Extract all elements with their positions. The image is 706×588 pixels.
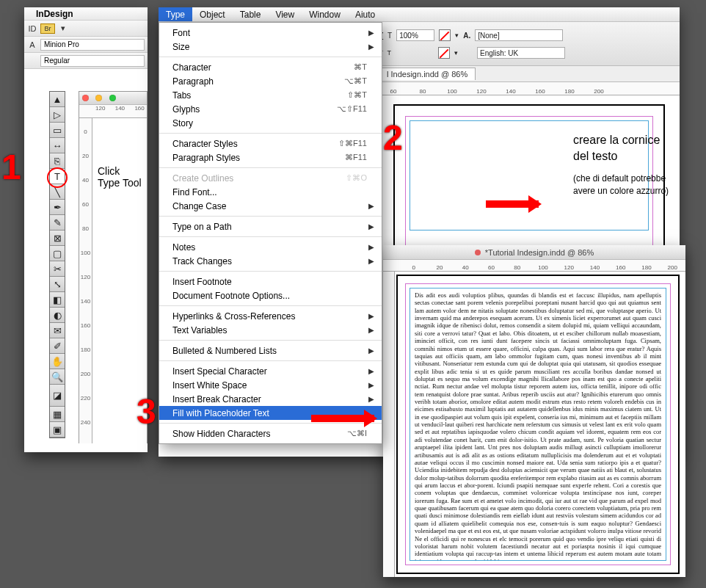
horizontal-ruler: 120 140 160 xyxy=(79,105,147,118)
pen-tool-icon[interactable]: ✒ xyxy=(50,200,65,215)
menu-insert-white-space[interactable]: Insert White Space▶ xyxy=(159,378,382,392)
eyedropper-tool-icon[interactable]: ✐ xyxy=(50,338,65,354)
menu-paragraph[interactable]: Paragraph⌥⌘T xyxy=(159,74,382,88)
menu-font[interactable]: Font▶ xyxy=(159,26,382,40)
gradient-feather-tool-icon[interactable]: ◐ xyxy=(50,308,65,323)
hand-tool-icon[interactable]: ✋ xyxy=(50,354,65,369)
instr-sub1: (che di default potrebbe xyxy=(573,173,706,185)
menu-track-changes[interactable]: Track Changes▶ xyxy=(159,254,382,268)
menu-bulleted-lists[interactable]: Bulleted & Numbered Lists▶ xyxy=(159,344,382,357)
window-titlebar xyxy=(79,92,147,105)
menu-type[interactable]: Type xyxy=(159,7,192,21)
zoom-tool-icon[interactable]: 🔍 xyxy=(50,369,65,385)
fill-stroke-swatch-icon[interactable]: ◪ xyxy=(50,385,65,407)
mac-menubar: InDesign xyxy=(24,7,148,21)
instr-line1: creare la cornice xyxy=(573,132,706,148)
scissors-tool-icon[interactable]: ✂ xyxy=(50,261,65,277)
menu-view[interactable]: View xyxy=(268,7,302,21)
selection-tool-icon[interactable]: ▲ xyxy=(50,92,65,107)
superscript-t-icon[interactable]: T xyxy=(387,32,392,40)
menu-character-styles[interactable]: Character Styles⇧⌘F11 xyxy=(159,137,382,150)
menu-insert-footnote[interactable]: Insert Footnote xyxy=(159,275,382,288)
zoom-field[interactable]: 100% xyxy=(396,29,434,41)
sub-t-icon[interactable]: T xyxy=(387,49,392,57)
menu-insert-special-char[interactable]: Insert Special Character▶ xyxy=(159,364,382,378)
char-style-label-icon: A. xyxy=(463,32,470,40)
swatch-dropdown2-icon[interactable]: ▾ xyxy=(454,49,458,57)
content-collector-tool-icon[interactable]: ⎘ xyxy=(50,153,65,169)
font-family-row: A Minion Pro xyxy=(24,37,148,53)
character-panel-icon[interactable]: A xyxy=(24,40,40,49)
traffic-min-icon[interactable] xyxy=(95,95,102,101)
rectangle-tool-icon[interactable]: ▢ xyxy=(50,246,65,261)
window-titlebar: *Tutorial Indesign.indd @ 86% xyxy=(383,245,685,260)
menu-table[interactable]: Table xyxy=(233,7,269,21)
id-logo-icon: ID xyxy=(24,24,40,33)
menu-type-on-path[interactable]: Type on a Path▶ xyxy=(159,219,382,233)
rectangle-frame-tool-icon[interactable]: ⊠ xyxy=(50,231,65,246)
note-tool-icon[interactable]: ✉ xyxy=(50,323,65,338)
pencil-tool-icon[interactable]: ✎ xyxy=(50,215,65,231)
panel-3-result: *Tutorial Indesign.indd @ 86% 020 4060 8… xyxy=(383,245,685,577)
annotation-line2: Type Tool xyxy=(98,177,142,189)
app-menubar: Type Object Table View Window Aiuto xyxy=(159,7,680,22)
vertical-ruler: 020 4060 80100 120140 160180 200220 2402… xyxy=(79,118,92,443)
page-spread: Dis adit eos audi voluptios plibus, quun… xyxy=(396,275,680,574)
menu-story[interactable]: Story xyxy=(159,116,382,130)
unsaved-dot-icon xyxy=(475,250,481,255)
menu-object[interactable]: Object xyxy=(192,7,233,21)
annotation-click-type: Click Type Tool xyxy=(98,165,142,189)
menu-text-variables[interactable]: Text Variables▶ xyxy=(159,323,382,337)
gradient-swatch-tool-icon[interactable]: ◧ xyxy=(50,292,65,308)
menu-show-hidden-chars[interactable]: Show Hidden Characters⌥⌘I xyxy=(159,427,382,440)
id-badge-row: ID Br ▾ xyxy=(24,21,148,37)
direct-selection-tool-icon[interactable]: ▷ xyxy=(50,107,65,123)
screen-mode-icon[interactable]: ▣ xyxy=(50,422,65,438)
traffic-zoom-icon[interactable] xyxy=(109,95,116,101)
menu-notes[interactable]: Notes▶ xyxy=(159,240,382,254)
tools-panel: ▲ ▷ ▭ ↔ ⎘ T ╲ ✒ ✎ ⊠ ▢ ✂ ⤡ ◧ ◐ ✉ ✐ ✋ 🔍 ◪ … xyxy=(49,91,65,438)
text-frame-filled[interactable]: Dis adit eos audi voluptios plibus, quun… xyxy=(410,288,666,561)
font-style-row: Regular xyxy=(24,53,148,69)
type-menu-dropdown: Font▶ Size▶ Character⌘T Paragraph⌥⌘T Tab… xyxy=(159,22,382,444)
char-style-select[interactable]: [None] xyxy=(475,29,563,41)
menu-size[interactable]: Size▶ xyxy=(159,40,382,54)
menu-aiuto[interactable]: Aiuto xyxy=(348,7,382,21)
language-select[interactable]: English: UK xyxy=(477,47,565,59)
menu-window[interactable]: Window xyxy=(302,7,348,21)
type-tool-icon[interactable]: T xyxy=(50,169,65,184)
panel-1-toolbar: InDesign ID Br ▾ A Minion Pro Regular 12… xyxy=(24,7,148,452)
annotation-line1: Click xyxy=(98,165,142,177)
menu-change-case[interactable]: Change Case▶ xyxy=(159,199,382,213)
gap-tool-icon[interactable]: ↔ xyxy=(50,138,65,153)
document-tab[interactable]: l Indesign.indd @ 86% xyxy=(379,68,476,80)
menu-hyperlinks[interactable]: Hyperlinks & Cross-References▶ xyxy=(159,309,382,323)
color-theme-tool-icon[interactable]: ▦ xyxy=(50,407,65,422)
page-tool-icon[interactable]: ▭ xyxy=(50,123,65,138)
app-name: InDesign xyxy=(36,9,73,19)
document-window: 120 140 160 020 4060 80100 120140 160180… xyxy=(79,91,148,443)
line-tool-icon[interactable]: ╲ xyxy=(50,184,65,200)
menu-find-font[interactable]: Find Font... xyxy=(159,185,382,199)
menu-paragraph-styles[interactable]: Paragraph Styles⌘F11 xyxy=(159,150,382,164)
stroke-none-swatch-icon[interactable] xyxy=(438,47,450,59)
step2-instruction-text: creare la cornice del testo (che di defa… xyxy=(573,132,706,197)
instr-line2: del testo xyxy=(573,148,706,164)
font-family-field[interactable]: Minion Pro xyxy=(40,39,145,51)
arrow-step2 xyxy=(486,200,539,208)
traffic-close-icon[interactable] xyxy=(82,95,89,101)
free-transform-tool-icon[interactable]: ⤡ xyxy=(50,277,65,292)
menu-insert-break-char[interactable]: Insert Break Character▶ xyxy=(159,392,382,406)
menu-glyphs[interactable]: Glyphs⌥⇧F11 xyxy=(159,102,382,116)
zoom-dropdown-icon[interactable]: ▾ xyxy=(55,23,71,33)
fill-none-swatch-icon[interactable] xyxy=(439,29,451,41)
document-title: *Tutorial Indesign.indd @ 86% xyxy=(485,248,594,257)
menu-tabs[interactable]: Tabs⇧⌘T xyxy=(159,88,382,102)
font-style-field[interactable]: Regular xyxy=(40,55,145,67)
bridge-badge-icon[interactable]: Br xyxy=(40,23,55,34)
menu-character[interactable]: Character⌘T xyxy=(159,60,382,74)
swatch-dropdown-icon[interactable]: ▾ xyxy=(455,32,459,39)
arrow-step3 xyxy=(311,415,374,422)
instr-sub2: avere un colore azzurro) xyxy=(573,185,706,197)
menu-footnote-options[interactable]: Document Footnote Options... xyxy=(159,288,382,302)
